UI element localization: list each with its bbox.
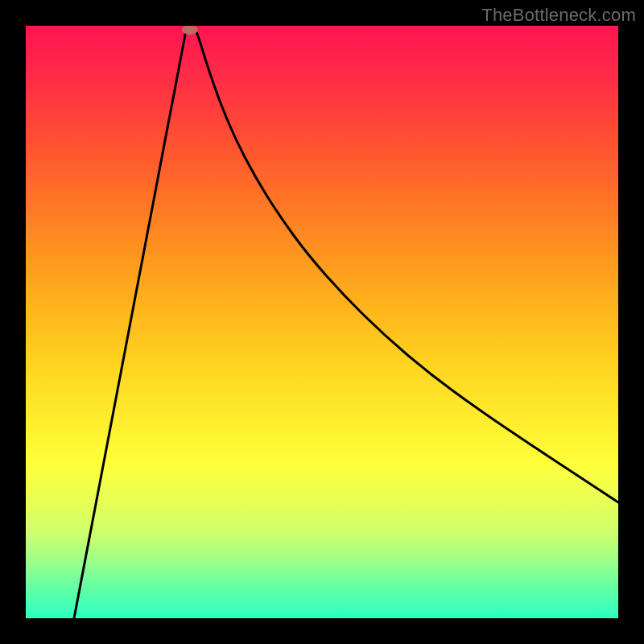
curve-group <box>74 26 618 618</box>
curve-layer <box>26 26 618 618</box>
plot-area <box>26 26 618 618</box>
watermark-label: TheBottleneck.com <box>481 5 636 26</box>
chart-frame: TheBottleneck.com <box>0 0 644 644</box>
curve-right-branch <box>195 28 618 502</box>
curve-left-branch <box>74 27 187 618</box>
